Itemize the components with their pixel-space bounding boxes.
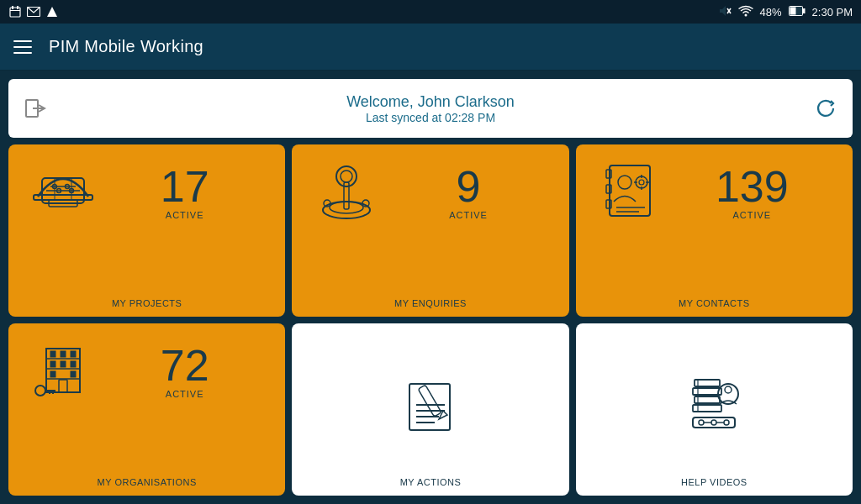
tile-content-organisations: 72 ACTIVE [17,332,277,411]
calendar-icon [8,5,22,18]
tile-help-videos[interactable]: HELP VIDEOS [576,323,853,496]
svg-rect-51 [71,351,76,357]
organisations-count-area: 72 ACTIVE [101,344,268,399]
refresh-icon[interactable] [812,95,839,122]
contacts-count-area: 139 ACTIVE [668,165,836,220]
svg-point-39 [636,176,647,188]
enquiries-active-label: ACTIVE [384,210,552,220]
svg-rect-53 [61,361,66,367]
videos-icon-area [676,332,752,477]
svg-point-82 [724,420,729,425]
logout-icon[interactable] [22,95,49,122]
svg-point-78 [725,386,732,393]
tile-my-projects[interactable]: 17 ACTIVE MY PROJECTS [8,144,285,317]
contacts-active-label: ACTIVE [668,210,836,220]
welcome-message: Welcome, John Clarkson [49,93,812,111]
tile-content-projects: 17 ACTIVE [17,153,277,232]
svg-rect-70 [693,388,721,395]
enquiries-label: MY ENQUIRIES [300,298,560,308]
contacts-count: 139 [668,165,836,208]
svg-rect-56 [71,371,76,377]
status-info-right: 48% 2:30 PM [718,4,853,20]
svg-point-8 [744,13,747,16]
organisations-icon-area [25,332,101,411]
mute-icon [718,4,732,20]
svg-point-40 [639,180,644,185]
svg-point-58 [35,386,45,396]
actions-icon-area [393,332,468,477]
svg-rect-55 [50,371,55,377]
contacts-label: MY CONTACTS [584,298,844,308]
tiles-grid: 17 ACTIVE MY PROJECTS [8,144,853,496]
svg-point-80 [699,420,704,425]
enquiries-icon-area [309,153,384,232]
tile-content-contacts: 139 ACTIVE [584,153,844,232]
svg-marker-5 [47,7,57,17]
svg-rect-10 [790,7,795,14]
projects-count-area: 17 ACTIVE [101,165,268,220]
svg-rect-49 [50,351,55,357]
projects-count: 17 [101,165,268,208]
svg-rect-67 [418,385,441,417]
time-display: 2:30 PM [812,6,853,18]
battery-icon [789,6,806,18]
tile-my-enquiries[interactable]: 9 ACTIVE MY ENQUIRIES [292,144,568,317]
organisations-label: MY ORGANISATIONS [17,477,277,487]
svg-point-36 [618,176,631,189]
svg-rect-3 [10,10,20,11]
svg-rect-0 [10,8,20,17]
welcome-text-block: Welcome, John Clarkson Last synced at 02… [49,93,812,124]
svg-point-26 [330,202,363,213]
sync-time: Last synced at 02:28 PM [49,111,812,124]
tile-my-actions[interactable]: MY ACTIONS [292,323,568,496]
svg-point-28 [336,166,357,186]
projects-active-label: ACTIVE [101,210,268,220]
welcome-card: Welcome, John Clarkson Last synced at 02… [8,79,853,138]
svg-rect-11 [803,8,806,13]
status-bar: 48% 2:30 PM [0,0,861,24]
hamburger-menu-icon[interactable] [13,40,32,54]
svg-point-81 [711,420,716,425]
contacts-icon-area [593,153,668,232]
organisations-count: 72 [101,344,268,387]
svg-point-29 [341,171,352,182]
enquiries-count-area: 9 ACTIVE [384,165,552,220]
tile-content-enquiries: 9 ACTIVE [300,153,560,232]
svg-rect-50 [61,351,66,357]
main-content: Welcome, John Clarkson Last synced at 02… [0,71,861,504]
wifi-icon [738,5,753,19]
svg-rect-72 [693,405,721,412]
app-bar: PIM Mobile Working [0,24,861,71]
tile-my-organisations[interactable]: 72 ACTIVE MY ORGANISATIONS [8,323,285,496]
status-icons-left [8,5,59,18]
projects-icon-area [25,153,101,232]
svg-rect-52 [50,361,55,367]
enquiries-count: 9 [384,165,552,208]
app-title: PIM Mobile Working [49,37,203,56]
organisations-active-label: ACTIVE [101,389,268,399]
projects-label: MY PROJECTS [17,298,277,308]
triangle-icon [45,5,59,18]
svg-rect-57 [59,380,67,392]
videos-label: HELP VIDEOS [584,477,844,487]
svg-rect-32 [610,165,650,216]
email-icon [27,5,40,18]
svg-rect-54 [71,361,76,367]
svg-rect-1 [12,6,13,9]
battery-percent: 48% [760,6,782,18]
tile-my-contacts[interactable]: 139 ACTIVE MY CONTACTS [576,144,853,317]
svg-rect-2 [17,6,18,9]
actions-label: MY ACTIONS [300,477,560,487]
